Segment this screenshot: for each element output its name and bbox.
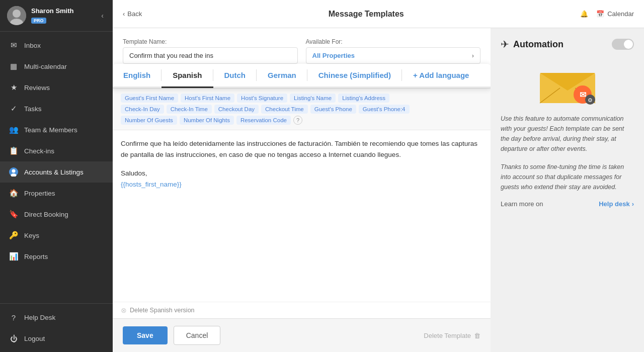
tag-number-of-nights[interactable]: Number Of Nights (180, 116, 234, 125)
sidebar-item-help[interactable]: ? Help Desk (0, 307, 113, 328)
sidebar-item-label: Check-ins (24, 147, 54, 155)
automation-header: ✈ Automation ✕ (501, 38, 634, 50)
delete-template-label: Delete Template (424, 332, 471, 339)
sidebar-item-label: Keys (24, 232, 39, 239)
main-content: ‹ Back Message Templates 🔔 📅 Calendar Te… (113, 0, 644, 352)
sidebar-user-info: Sharon Smith PRO (31, 7, 99, 25)
tab-add-language[interactable]: + Add language (402, 64, 480, 86)
checkin-icon: 📋 (8, 145, 19, 156)
sidebar-user-name: Sharon Smith (31, 7, 99, 16)
sidebar: Sharon Smith PRO ‹ ✉ Inbox ▦ Multi-calen… (0, 0, 113, 352)
svg-point-4 (12, 169, 16, 173)
back-button[interactable]: ‹ Back (123, 10, 142, 18)
svg-text:⚙: ⚙ (588, 97, 593, 103)
trash-icon: 🗑 (474, 332, 480, 339)
automation-toggle[interactable]: ✕ (612, 39, 634, 50)
message-body: Confirme que ha leído detenidamente las … (121, 138, 482, 160)
sidebar-item-checkins[interactable]: 📋 Check-ins (0, 140, 113, 161)
help-desk-link[interactable]: Help desk › (599, 200, 634, 208)
tag-checkout-time[interactable]: Checkout Time (261, 105, 308, 114)
direct-booking-icon: 🔖 (8, 209, 19, 220)
salutation: Saludos, (121, 168, 482, 179)
star-icon: ★ (8, 82, 19, 93)
learn-more-label: Learn more on (501, 200, 543, 208)
sidebar-item-label: Tasks (24, 105, 42, 113)
page-title: Message Templates (152, 10, 580, 19)
automation-title-row: ✈ Automation (501, 38, 564, 50)
sidebar-item-inbox[interactable]: ✉ Inbox (0, 35, 113, 56)
tag-help-button[interactable]: ? (293, 116, 302, 125)
automation-desc-2: Thanks to some fine-tuning the time is t… (501, 162, 634, 192)
inbox-icon: ✉ (8, 40, 19, 51)
calendar-icon: 📅 (596, 10, 604, 18)
tag-hosts-signature[interactable]: Host's Signature (237, 94, 287, 103)
tag-guests-phone[interactable]: Guest's Phone (310, 105, 356, 114)
cancel-button[interactable]: Cancel (174, 326, 221, 345)
language-tabs: English Spanish Dutch German Chinese (Si… (113, 64, 491, 88)
delete-version-row[interactable]: ⊗ Delete Spanish version (113, 302, 491, 318)
tag-listings-name[interactable]: Listing's Name (290, 94, 336, 103)
tag-hosts-first-name[interactable]: Host's First Name (181, 94, 234, 103)
tab-dutch[interactable]: Dutch (213, 64, 257, 86)
calendar-button[interactable]: 📅 Calendar (596, 10, 634, 18)
help-desk-label: Help desk (599, 200, 629, 208)
sidebar-item-keys[interactable]: 🔑 Keys (0, 225, 113, 246)
available-for-value: All Properties (312, 52, 355, 59)
message-area: Confirme que ha leído detenidamente las … (113, 130, 491, 302)
calendar-label: Calendar (607, 10, 634, 18)
tab-german[interactable]: German (257, 64, 307, 86)
reports-icon: 📊 (8, 251, 19, 262)
tags-row-2: Check-In Day Check-In Time Checkout Day … (121, 105, 482, 114)
topbar-actions: 🔔 📅 Calendar (580, 10, 634, 18)
chevron-right-icon: › (472, 52, 474, 59)
tag-guests-first-name[interactable]: Guest's First Name (121, 94, 178, 103)
tag-reservation-code[interactable]: Reservation Code (236, 116, 291, 125)
logout-icon: ⏻ (8, 333, 19, 344)
help-icon: ? (8, 312, 19, 323)
sidebar-item-label: Reports (24, 253, 48, 260)
sidebar-item-tasks[interactable]: ✓ Tasks (0, 98, 113, 119)
available-for-label: Available For: (306, 38, 481, 45)
template-name-input[interactable] (123, 47, 298, 64)
tab-chinese[interactable]: Chinese (Simplified) (307, 64, 402, 86)
sidebar-item-reviews[interactable]: ★ Reviews (0, 77, 113, 98)
sidebar-item-multi-calendar[interactable]: ▦ Multi-calendar (0, 56, 113, 77)
sidebar-item-label: Help Desk (24, 314, 55, 321)
sidebar-item-reports[interactable]: 📊 Reports (0, 246, 113, 267)
sidebar-item-team[interactable]: 👥 Team & Members (0, 119, 113, 140)
available-for-select[interactable]: All Properties › (306, 47, 481, 64)
sidebar-item-properties[interactable]: 🏠 Properties (0, 183, 113, 204)
sidebar-item-label: Multi-calendar (24, 63, 67, 70)
tag-checkin-day[interactable]: Check-In Day (121, 105, 164, 114)
sidebar-item-accounts[interactable]: Accounts & Listings (0, 161, 113, 183)
tag-checkin-time[interactable]: Check-In Time (167, 105, 212, 114)
tag-guests-phone-4[interactable]: Guest's Phone:4 (359, 105, 410, 114)
tag-listings-address[interactable]: Listing's Address (338, 94, 389, 103)
back-icon: ‹ (123, 10, 125, 18)
tab-english[interactable]: English (113, 64, 162, 86)
form-row: Template Name: Available For: All Proper… (123, 38, 480, 64)
available-for-group: Available For: All Properties › (306, 38, 481, 64)
delete-template-button[interactable]: Delete Template 🗑 (424, 332, 480, 339)
tab-spanish[interactable]: Spanish (162, 64, 213, 88)
automation-desc-1: Use this feature to automate communicati… (501, 114, 634, 154)
notifications-button[interactable]: 🔔 (580, 10, 588, 18)
envelope-illustration: ✉ ⚙ (501, 60, 634, 106)
sidebar-item-label: Reviews (24, 84, 50, 92)
sidebar-collapse-button[interactable]: ‹ (99, 10, 106, 22)
editor-top: Template Name: Available For: All Proper… (113, 28, 491, 64)
save-button[interactable]: Save (123, 326, 168, 344)
tag-number-of-guests[interactable]: Number Of Guests (121, 116, 177, 125)
right-panel: ✈ Automation ✕ (491, 28, 644, 352)
sidebar-item-logout[interactable]: ⏻ Logout (0, 328, 113, 349)
avatar (7, 6, 26, 25)
learn-more-row: Learn more on Help desk › (501, 200, 634, 208)
chevron-right-icon: › (632, 200, 634, 208)
sidebar-item-direct-booking[interactable]: 🔖 Direct Booking (0, 204, 113, 225)
language-tabs-container: English Spanish Dutch German Chinese (Si… (113, 64, 491, 89)
sidebar-header: Sharon Smith PRO ‹ (0, 0, 113, 32)
tag-checkout-day[interactable]: Checkout Day (214, 105, 259, 114)
accounts-icon (8, 166, 19, 178)
editor-panel: Template Name: Available For: All Proper… (113, 28, 491, 352)
properties-icon: 🏠 (8, 188, 19, 199)
